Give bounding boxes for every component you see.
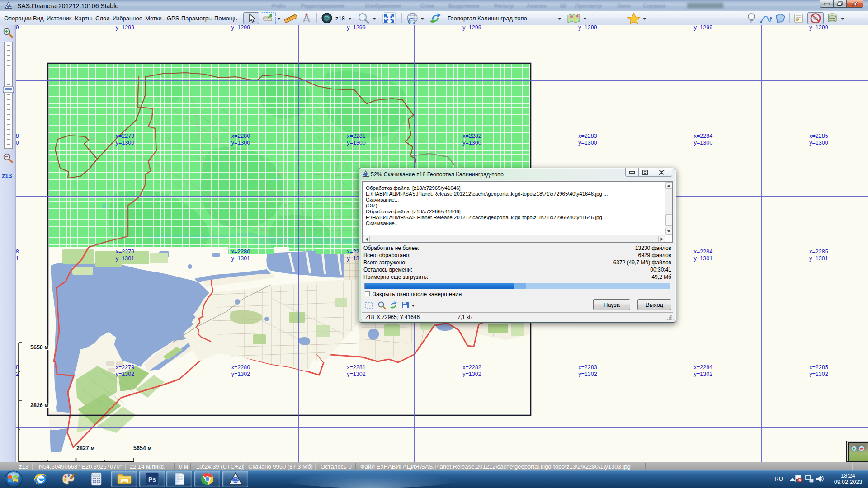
svg-text:x=2279: x=2279 [116,133,134,139]
svg-text:x=2285: x=2285 [809,133,828,139]
svg-text:y=1299: y=1299 [347,24,365,31]
svg-text:y=1299: y=1299 [578,24,597,31]
svg-text:x=2283: x=2283 [578,133,597,139]
svg-text:y=1301: y=1301 [231,255,250,262]
svg-text:y=1302: y=1302 [809,371,828,377]
svg-text:y=1300: y=1300 [116,140,134,146]
svg-text:y=1299: y=1299 [694,24,712,31]
svg-text:x=2282: x=2282 [462,364,481,371]
svg-text:x=2280: x=2280 [231,249,250,255]
svg-text:y=1302: y=1302 [116,371,134,377]
svg-text:y=1300: y=1300 [231,140,250,146]
svg-text:x=2284: x=2284 [694,133,712,139]
svg-text:y=1302: y=1302 [231,371,250,377]
svg-text:x=2285: x=2285 [809,364,828,371]
svg-text:y=1300: y=1300 [462,140,481,146]
svg-text:y=1299: y=1299 [231,24,250,31]
svg-text:y=1302: y=1302 [578,371,597,377]
svg-text:x=2280: x=2280 [231,133,250,139]
svg-text:x=2279: x=2279 [116,249,134,255]
svg-text:y=1302: y=1302 [347,371,365,377]
svg-text:5654 м: 5654 м [133,445,152,451]
svg-text:2826 м: 2826 м [30,402,49,408]
svg-text:x=2285: x=2285 [809,249,828,255]
svg-text:y=1299: y=1299 [809,24,828,31]
svg-text:y=1299: y=1299 [462,24,481,31]
svg-text:y=1301: y=1301 [809,255,828,262]
svg-text:x=2282: x=2282 [462,133,481,139]
svg-text:y=1302: y=1302 [694,371,712,377]
svg-text:2827 м: 2827 м [76,445,95,451]
svg-text:y=1300: y=1300 [694,140,712,146]
svg-text:Ps: Ps [148,476,156,483]
svg-text:5650 м: 5650 м [30,344,49,351]
svg-text:y=1299: y=1299 [116,24,134,31]
svg-text:y=1300: y=1300 [347,140,365,146]
svg-text:x=2281: x=2281 [347,364,365,371]
svg-text:y=1301: y=1301 [116,255,134,262]
svg-text:x=2284: x=2284 [694,249,712,255]
svg-text:y=1302: y=1302 [462,371,481,377]
svg-text:x=2283: x=2283 [578,364,597,371]
svg-text:x=2284: x=2284 [694,364,712,371]
svg-text:z13: z13 [2,172,12,179]
svg-text:y=1300: y=1300 [809,140,828,146]
svg-text:x=2281: x=2281 [347,133,365,139]
svg-text:x=2279: x=2279 [116,364,134,371]
svg-text:y=1301: y=1301 [694,255,712,262]
svg-text:x=2280: x=2280 [231,364,250,371]
svg-text:y=1300: y=1300 [578,140,597,146]
